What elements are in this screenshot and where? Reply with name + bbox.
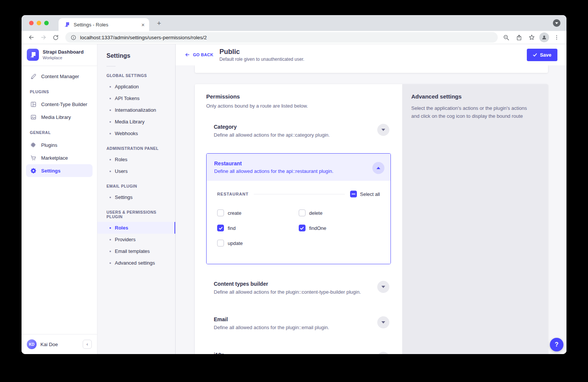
minimize-window-button[interactable] bbox=[37, 21, 41, 25]
restaurant-permissions-body: RESTAURANT Select all bbox=[207, 181, 390, 264]
help-button[interactable]: ? bbox=[550, 338, 563, 351]
subnav-group-label: GLOBAL SETTINGS bbox=[106, 73, 166, 78]
expand-email-button[interactable] bbox=[377, 316, 389, 328]
forward-button[interactable] bbox=[38, 32, 49, 43]
findone-checkbox[interactable] bbox=[299, 225, 306, 231]
gear-icon bbox=[30, 167, 37, 174]
subnav-item-email-templates[interactable]: Email templates bbox=[97, 245, 175, 257]
permission-update[interactable]: update bbox=[217, 240, 299, 246]
main-sidebar: Strapi Dashboard Workplace Content Manag… bbox=[22, 44, 97, 354]
accordion-description: Define all allowed actions for the api::… bbox=[214, 132, 368, 138]
bookmark-star-icon[interactable] bbox=[526, 32, 537, 43]
new-tab-button[interactable]: + bbox=[154, 18, 164, 29]
image-icon bbox=[30, 114, 37, 120]
permissions-card: Permissions Only actions bound by a rout… bbox=[195, 84, 548, 354]
puzzle-icon bbox=[30, 142, 37, 148]
accordion-description: Define all allowed actions for the plugi… bbox=[214, 325, 368, 330]
subnav-item-application[interactable]: Application bbox=[97, 81, 175, 92]
sidebar-item-label: Media Library bbox=[41, 114, 71, 120]
info-icon bbox=[71, 35, 76, 40]
accordion-content-types-builder[interactable]: Content types builder Define all allowed… bbox=[206, 280, 391, 301]
sidebar-item-marketplace[interactable]: Marketplace bbox=[26, 151, 93, 164]
checkbox-label: find bbox=[228, 225, 236, 231]
reload-button[interactable] bbox=[50, 32, 61, 43]
close-window-button[interactable] bbox=[29, 21, 34, 25]
check-icon bbox=[533, 53, 537, 57]
address-bar[interactable]: localhost:1337/admin/settings/users-perm… bbox=[65, 32, 498, 43]
subnav-item-admin-users[interactable]: Users bbox=[97, 165, 175, 177]
subnav-item-media-library[interactable]: Media Library bbox=[97, 116, 175, 128]
subnav-title: Settings bbox=[106, 52, 175, 59]
expand-content-types-builder-button[interactable] bbox=[377, 281, 389, 293]
tab-title: Settings - Roles bbox=[74, 22, 141, 28]
collapse-restaurant-button[interactable] bbox=[372, 162, 384, 174]
page-subtitle: Default role given to unauthenticated us… bbox=[219, 57, 304, 62]
cart-icon bbox=[30, 154, 37, 161]
checkbox-label: findOne bbox=[309, 225, 327, 231]
go-back-link[interactable]: GO BACK bbox=[185, 52, 213, 57]
scroll-area[interactable]: Permissions Only actions bound by a rout… bbox=[176, 65, 566, 354]
sidebar-section-label: GENERAL bbox=[30, 130, 89, 135]
delete-checkbox[interactable] bbox=[299, 209, 306, 216]
permission-find[interactable]: find bbox=[217, 225, 299, 231]
permission-findone[interactable]: findOne bbox=[299, 225, 380, 231]
save-button[interactable]: Save bbox=[527, 49, 557, 61]
sidebar-item-content-type-builder[interactable]: Content-Type Builder bbox=[26, 98, 93, 111]
divider bbox=[106, 66, 116, 66]
accordion-email[interactable]: Email Define all allowed actions for the… bbox=[206, 316, 391, 337]
sidebar-item-content-manager[interactable]: Content Manager bbox=[26, 70, 93, 83]
browser-update-button[interactable] bbox=[553, 19, 560, 27]
sidebar-item-media-library[interactable]: Media Library bbox=[26, 111, 93, 123]
chevron-up-icon bbox=[377, 167, 380, 169]
accordion-description: Define all allowed actions for the api::… bbox=[214, 168, 383, 174]
accordion-restaurant-header[interactable]: Restaurant Define all allowed actions fo… bbox=[207, 154, 390, 181]
find-checkbox[interactable] bbox=[217, 225, 224, 231]
check-icon bbox=[219, 226, 223, 230]
accordion-restaurant-expanded: Restaurant Define all allowed actions fo… bbox=[206, 153, 391, 264]
back-button[interactable] bbox=[26, 32, 37, 43]
collapse-sidebar-button[interactable]: ‹ bbox=[83, 340, 92, 349]
zoom-out-icon[interactable] bbox=[501, 32, 511, 43]
share-icon[interactable] bbox=[514, 32, 524, 43]
subnav-item-providers[interactable]: Providers bbox=[97, 234, 175, 245]
divider bbox=[254, 194, 345, 194]
page-header: GO BACK Public Default role given to una… bbox=[176, 44, 566, 65]
subnav-item-admin-roles[interactable]: Roles bbox=[97, 154, 175, 165]
layout-icon bbox=[30, 101, 37, 108]
close-tab-icon[interactable]: × bbox=[141, 22, 145, 28]
user-avatar[interactable]: KD bbox=[27, 339, 37, 349]
expand-i18n-button[interactable] bbox=[377, 352, 389, 354]
accordion-i18n[interactable]: i18n bbox=[206, 351, 391, 354]
workspace-switcher[interactable]: Strapi Dashboard Workplace bbox=[22, 44, 97, 66]
browser-menu-icon[interactable] bbox=[551, 32, 562, 43]
subnav-item-email-settings[interactable]: Settings bbox=[97, 191, 175, 203]
subnav-item-internationalization[interactable]: Internationalization bbox=[97, 104, 175, 116]
select-all-checkbox[interactable] bbox=[350, 191, 357, 197]
expand-category-button[interactable] bbox=[377, 124, 389, 136]
update-checkbox[interactable] bbox=[217, 240, 224, 246]
url-text: localhost:1337/admin/settings/users-perm… bbox=[80, 35, 207, 40]
save-button-label: Save bbox=[540, 52, 551, 58]
subnav-item-advanced-settings[interactable]: Advanced settings bbox=[97, 257, 175, 269]
permissions-panel: Permissions Only actions bound by a rout… bbox=[195, 84, 402, 354]
permission-create[interactable]: create bbox=[217, 209, 299, 216]
accordion-category[interactable]: Category Define all allowed actions for … bbox=[206, 123, 391, 144]
accordion-title: i18n bbox=[214, 352, 368, 354]
advanced-settings-title: Advanced settings bbox=[411, 93, 539, 100]
sidebar-item-settings[interactable]: Settings bbox=[26, 164, 93, 177]
checkbox-label: create bbox=[228, 210, 241, 216]
permission-delete[interactable]: delete bbox=[299, 209, 380, 216]
chevron-down-icon bbox=[381, 286, 385, 288]
browser-tab[interactable]: Settings - Roles × bbox=[59, 18, 149, 31]
create-checkbox[interactable] bbox=[217, 209, 224, 216]
subnav-item-up-roles[interactable]: Roles bbox=[97, 222, 175, 234]
subnav-item-api-tokens[interactable]: API Tokens bbox=[97, 92, 175, 104]
maximize-window-button[interactable] bbox=[44, 21, 49, 25]
subnav-item-webhooks[interactable]: Webhooks bbox=[97, 128, 175, 139]
select-all-control[interactable]: Select all bbox=[350, 191, 380, 197]
sidebar-item-plugins[interactable]: Plugins bbox=[26, 139, 93, 151]
browser-window: Settings - Roles × + localhost:1337/admi… bbox=[22, 15, 566, 354]
browser-profile-avatar[interactable] bbox=[539, 32, 549, 42]
minus-icon bbox=[352, 194, 355, 194]
pencil-icon bbox=[30, 73, 37, 80]
